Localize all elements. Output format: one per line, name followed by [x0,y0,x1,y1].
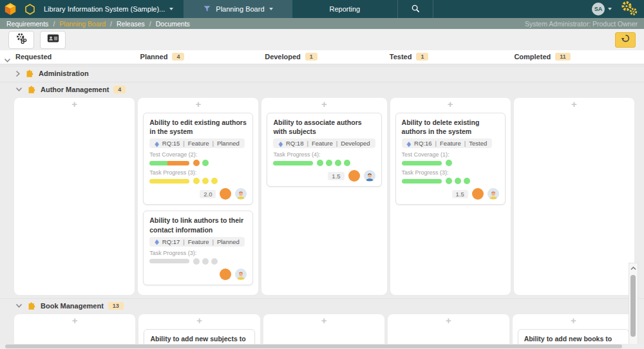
requirement-card[interactable]: Ability to link authors to their contact… [143,211,253,285]
breadcrumb-separator: / [53,20,55,28]
progress-dot [464,178,470,184]
product-name: Library Information System (Sample)... [44,5,165,13]
column-header-completed: Completed11 [513,53,634,61]
requirement-card[interactable]: Ability to associate authors with subjec… [267,113,381,187]
progress-dot [202,160,209,166]
owner-color-avatar[interactable] [220,269,231,280]
breadcrumb-planning-board[interactable]: Planning Board [59,20,106,28]
add-card-button[interactable]: + [17,316,132,326]
add-card-button[interactable]: + [393,99,507,109]
add-card-button[interactable]: + [516,316,631,326]
add-card-button[interactable]: + [517,99,631,109]
card-footer: 2.0 [149,188,247,200]
breadcrumb-releases[interactable]: Releases [117,20,145,28]
chevron-down-icon [169,8,173,10]
progress-bar-segment [149,179,189,184]
progress-section-label: Task Progress (4): [273,151,375,158]
progress-bar [149,179,189,184]
group-label: Book Management [41,302,104,310]
owner-color-avatar[interactable] [220,188,231,200]
progress-bar [149,259,189,263]
person-icon [236,270,246,280]
progress-dot [455,178,461,184]
column-count-badge: 1 [305,53,317,61]
current-user-role-label: System Administrator: Product Owner [525,20,638,28]
tab-reporting[interactable]: Reporting [292,0,398,18]
requirement-card[interactable]: Ability to delete existing authors in th… [395,113,506,205]
board-options-button[interactable] [8,31,34,49]
search-button[interactable] [397,0,433,18]
horizontal-scrollbar-thumb[interactable] [5,344,622,348]
requirement-card[interactable]: Ability to edit existing authors in the … [143,113,253,205]
tab-planning-board[interactable]: Planning Board [184,0,292,18]
app-logo-icon[interactable] [0,0,21,18]
person-avatar[interactable] [364,170,375,182]
column-header-developed: Developed1 [263,53,385,61]
progress-bar [149,161,189,165]
pill-separator: | [212,140,213,147]
progress-dot [446,178,452,184]
pill-separator: | [183,140,184,147]
group-header-author-management[interactable]: Author Management4 [0,82,644,97]
horizontal-scrollbar[interactable] [0,344,644,349]
column-header-label: Completed [514,53,551,61]
progress-dot [193,258,200,265]
add-card-button[interactable]: + [141,99,255,109]
progress-dot [211,178,218,184]
requirement-status: Developed [341,140,370,147]
owner-color-avatar[interactable] [348,170,360,182]
requirement-type: Feature [188,140,209,147]
progress-bar-segment [167,161,189,165]
workspace-hexagon-icon[interactable] [21,0,39,18]
progress-section-row [402,160,499,166]
person-avatar[interactable] [235,269,247,280]
person-avatar[interactable] [488,188,499,200]
pill-separator: | [183,238,184,245]
requirement-status: Tested [469,140,487,147]
progress-section-label: Task Progress (3): [149,169,247,176]
progress-bar-segment [149,161,167,165]
kanban-row: ++Ability to edit existing authors in th… [14,98,634,295]
vertical-scrollbar-thumb[interactable] [630,275,636,337]
top-navigation-bar: Library Information System (Sample)... P… [0,0,644,18]
collapse-all-chevron-icon[interactable] [4,54,11,66]
group-header-administration[interactable]: Administration [0,66,644,80]
person-icon [365,172,375,182]
add-card-button[interactable]: + [265,99,383,109]
progress-dot [193,178,200,184]
refresh-button[interactable] [615,32,636,48]
column-header-planned: Planned4 [139,53,261,61]
product-selector-dropdown[interactable]: Library Information System (Sample)... [39,0,184,18]
breadcrumb-documents[interactable]: Documents [156,20,190,28]
kanban-cell: +Ability to associate authors with subje… [261,98,386,295]
add-card-button[interactable]: + [17,99,131,109]
progress-dot [446,160,452,166]
administration-gears-button[interactable] [618,0,644,18]
pill-separator: | [307,140,308,147]
add-card-button[interactable]: + [267,316,381,326]
person-avatar[interactable] [235,188,247,200]
vertical-scrollbar[interactable] [629,263,638,349]
group-label: Administration [39,70,89,77]
card-detail-view-button[interactable] [40,31,66,49]
card-title: Ability to edit existing authors in the … [149,118,247,136]
breadcrumb-requirements[interactable]: Requirements [6,20,48,28]
requirement-pill: ◆RQ:16|Feature|Tested [402,138,493,148]
requirement-status: Planned [217,140,240,147]
requirement-diamond-icon: ◆ [155,139,159,147]
progress-dot [317,160,323,166]
user-profile-menu[interactable]: SA [585,0,618,18]
owner-color-avatar[interactable] [472,188,484,200]
planning-board-screen: Library Information System (Sample)... P… [0,0,644,349]
group-header-book-management[interactable]: Book Management13 [0,298,644,313]
funnel-icon [203,5,211,14]
add-card-button[interactable]: + [391,316,506,326]
column-header-row: RequestedPlanned4Developed1Tested1Comple… [0,50,644,64]
requirement-id: RQ:17 [162,238,180,245]
add-card-button[interactable]: + [142,316,256,326]
scroll-up-arrow[interactable] [629,263,638,274]
board-toolbar [0,29,644,50]
person-icon [488,190,498,200]
group-label: Author Management [41,86,109,93]
progress-bar-segment [273,161,313,165]
